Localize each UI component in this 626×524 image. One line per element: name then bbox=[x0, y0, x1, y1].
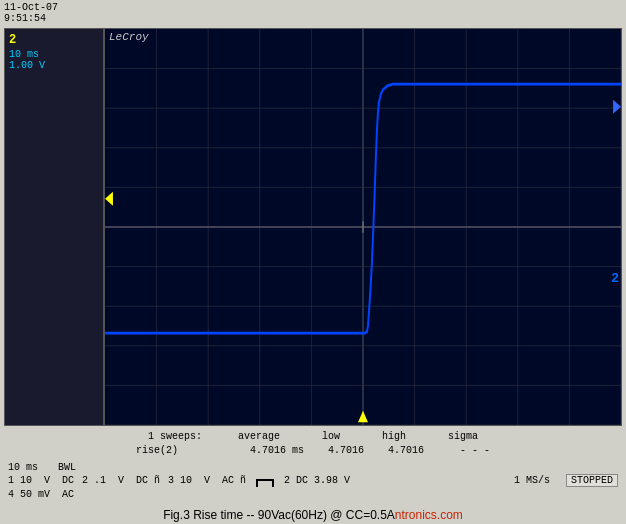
sigma-value: - - - bbox=[460, 445, 490, 456]
square-wave-icon bbox=[256, 479, 274, 487]
stopped-status: STOPPED bbox=[566, 474, 618, 487]
bwl-label: BWL bbox=[58, 462, 76, 473]
scope-grid-svg bbox=[105, 29, 621, 425]
high-value: 4.7016 bbox=[388, 445, 424, 456]
time: 9:51:54 bbox=[4, 13, 104, 24]
ch1-info: 1 10 V DC bbox=[8, 475, 74, 486]
measurements-values: rise(2) 4.7016 ms 4.7016 4.7016 - - - bbox=[8, 444, 618, 458]
ch4-row: 4 50 mV AC bbox=[8, 489, 618, 500]
high-col-label: high bbox=[382, 431, 406, 442]
sweeps-label: 1 sweeps: bbox=[148, 431, 202, 442]
timebase-label: 10 ms bbox=[9, 49, 99, 60]
lecroy-brand: LeCroy bbox=[109, 31, 149, 43]
ch2-right-label: 2 bbox=[611, 271, 619, 286]
param-name: rise(2) bbox=[136, 445, 178, 456]
ch4-detail: 4 50 mV AC bbox=[8, 489, 74, 500]
average-col-label: average bbox=[238, 431, 280, 442]
low-col-label: low bbox=[322, 431, 340, 442]
measurements-header: 1 sweeps: average low high sigma bbox=[8, 430, 618, 444]
scope-area: 2 10 ms 1.00 V LeCroy bbox=[0, 26, 626, 428]
measurements-area: 1 sweeps: average low high sigma rise(2)… bbox=[0, 428, 626, 460]
main-container: 11-Oct-07 9:51:54 2 10 ms 1.00 V LeCroy bbox=[0, 0, 626, 524]
bottom-row2: 1 10 V DC 2 .1 V DC ñ 3 10 V AC ñ 2 DC 3… bbox=[8, 474, 618, 487]
date: 11-Oct-07 bbox=[4, 2, 104, 13]
ch2-info: 2 .1 V DC ñ bbox=[82, 475, 160, 486]
ch4-info: 2 DC 3.98 V bbox=[284, 475, 350, 486]
top-bar: 11-Oct-07 9:51:54 bbox=[0, 0, 626, 26]
caption-text: Fig.3 Rise time -- 90Vac(60Hz) @ CC=0.5A bbox=[163, 508, 395, 522]
brand-text: ntronics.com bbox=[395, 508, 463, 522]
low-value: 4.7016 bbox=[328, 445, 364, 456]
average-value: 4.7016 ms bbox=[250, 445, 304, 456]
sample-rate: 1 MS/s bbox=[514, 475, 550, 486]
timebase-status: 10 ms bbox=[8, 462, 38, 473]
bottom-bar: 10 ms BWL 1 10 V DC 2 .1 V DC ñ 3 10 V A… bbox=[0, 460, 626, 504]
ch3-info: 3 10 V AC ñ bbox=[168, 475, 246, 486]
scope-left-panel: 2 10 ms 1.00 V bbox=[4, 28, 104, 426]
datetime: 11-Oct-07 9:51:54 bbox=[4, 2, 104, 24]
bottom-row1: 10 ms BWL bbox=[8, 462, 618, 473]
right-section: 1 MS/s STOPPED bbox=[514, 474, 618, 487]
voltage-label: 1.00 V bbox=[9, 60, 99, 71]
sigma-col-label: sigma bbox=[448, 431, 478, 442]
channel-label: 2 bbox=[9, 33, 99, 47]
figure-caption: Fig.3 Rise time -- 90Vac(60Hz) @ CC=0.5A… bbox=[0, 504, 626, 524]
scope-screen: LeCroy bbox=[104, 28, 622, 426]
